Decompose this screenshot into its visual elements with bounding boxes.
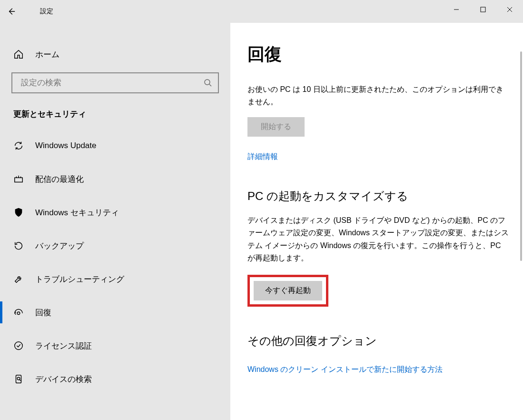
search-wrap xyxy=(0,67,230,93)
close-button[interactable] xyxy=(496,0,523,19)
window-title: 設定 xyxy=(40,7,53,16)
nav-home[interactable]: ホーム xyxy=(0,42,230,67)
scrollbar[interactable] xyxy=(520,51,522,261)
maximize-icon xyxy=(480,7,486,12)
svg-point-3 xyxy=(17,312,20,315)
nav-item-label: 配信の最適化 xyxy=(35,174,84,185)
nav-item-label: 回復 xyxy=(35,307,51,318)
svg-rect-5 xyxy=(16,375,21,383)
nav-windows-update[interactable]: Windows Update xyxy=(0,129,230,162)
nav-list: Windows Update 配信の最適化 Windows セキュリティ バック… xyxy=(0,129,230,396)
other-recovery-section: その他の回復オプション Windows のクリーン インストールで新たに開始する… xyxy=(247,333,510,375)
shield-icon xyxy=(13,207,24,218)
findmy-icon xyxy=(13,374,24,384)
reset-description: お使いの PC は 10 日以上前に更新されたため、このオプションは利用できませ… xyxy=(247,83,510,109)
svg-point-4 xyxy=(15,342,23,350)
nav-find-my-device[interactable]: デバイスの検索 xyxy=(0,362,230,396)
svg-rect-0 xyxy=(481,7,485,12)
body: ホーム 更新とセキュリティ Windows Update 配 xyxy=(0,23,523,420)
nav-backup[interactable]: バックアップ xyxy=(0,229,230,262)
sidebar: ホーム 更新とセキュリティ Windows Update 配 xyxy=(0,23,230,420)
refresh-icon xyxy=(13,140,24,151)
restart-now-button[interactable]: 今すぐ再起動 xyxy=(254,281,322,300)
home-icon xyxy=(13,49,24,60)
window-controls xyxy=(443,0,523,19)
advanced-startup-section: PC の起動をカスタマイズする デバイスまたはディスク (USB ドライブや D… xyxy=(247,189,510,307)
clean-install-link[interactable]: Windows のクリーン インストールで新たに開始する方法 xyxy=(247,365,443,375)
nav-delivery-optimization[interactable]: 配信の最適化 xyxy=(0,162,230,196)
wrench-icon xyxy=(13,274,24,284)
close-icon xyxy=(507,7,513,12)
advanced-description: デバイスまたはディスク (USB ドライブや DVD など) からの起動、PC … xyxy=(247,214,510,265)
nav-item-label: Windows セキュリティ xyxy=(35,207,119,218)
sidebar-category: 更新とセキュリティ xyxy=(0,93,230,129)
search-input[interactable] xyxy=(21,78,204,88)
nav-item-label: トラブルシューティング xyxy=(35,274,124,285)
nav-windows-security[interactable]: Windows セキュリティ xyxy=(0,196,230,229)
advanced-heading: PC の起動をカスタマイズする xyxy=(247,189,510,204)
other-heading: その他の回復オプション xyxy=(247,333,510,349)
nav-recovery[interactable]: 回復 xyxy=(0,296,230,329)
settings-window: 設定 ホーム 更新とセキュリティ xyxy=(0,0,523,420)
nav-home-label: ホーム xyxy=(35,49,59,60)
svg-point-1 xyxy=(205,80,210,85)
main-content: 回復 お使いの PC は 10 日以上前に更新されたため、このオプションは利用で… xyxy=(230,23,523,420)
delivery-icon xyxy=(13,174,24,184)
page-heading: 回復 xyxy=(247,43,510,66)
recovery-icon xyxy=(13,307,24,318)
nav-item-label: デバイスの検索 xyxy=(35,374,92,385)
arrow-left-icon xyxy=(7,7,16,16)
nav-item-label: Windows Update xyxy=(35,141,97,150)
nav-troubleshoot[interactable]: トラブルシューティング xyxy=(0,262,230,296)
nav-item-label: バックアップ xyxy=(35,240,84,251)
svg-rect-2 xyxy=(15,178,23,182)
minimize-icon xyxy=(454,7,459,12)
activation-icon xyxy=(13,340,24,351)
search-icon xyxy=(204,79,212,87)
nav-item-label: ライセンス認証 xyxy=(35,340,92,351)
titlebar: 設定 xyxy=(0,0,523,23)
search-box[interactable] xyxy=(11,72,219,93)
more-info-link[interactable]: 詳細情報 xyxy=(247,152,278,162)
back-button[interactable] xyxy=(0,0,23,23)
minimize-button[interactable] xyxy=(443,0,470,19)
backup-icon xyxy=(13,240,24,251)
maximize-button[interactable] xyxy=(470,0,496,19)
highlight-box: 今すぐ再起動 xyxy=(247,275,328,307)
reset-start-button: 開始する xyxy=(247,117,305,137)
nav-activation[interactable]: ライセンス認証 xyxy=(0,329,230,362)
